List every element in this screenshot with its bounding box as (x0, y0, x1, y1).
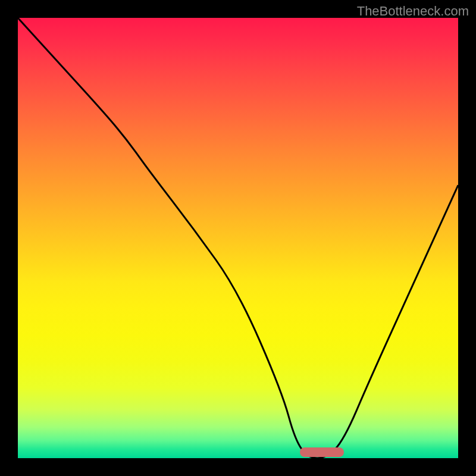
bottleneck-curve-path (18, 18, 458, 458)
curve-svg (18, 18, 458, 458)
plot-area (18, 18, 458, 458)
watermark-text: TheBottleneck.com (357, 4, 469, 19)
optimal-marker (300, 447, 344, 457)
